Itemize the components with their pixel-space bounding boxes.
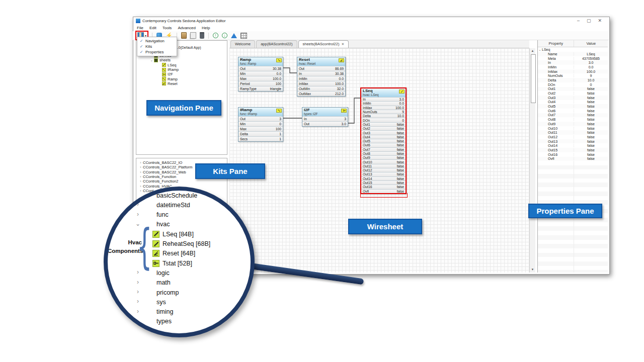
kit-component-item[interactable]: Reset [64B] — [152, 249, 195, 258]
upload-button[interactable]: ↑ — [212, 32, 219, 39]
chevron-icon[interactable]: › — [135, 201, 141, 208]
nav-tree-item[interactable]: Reset — [136, 81, 227, 86]
block-slot-min[interactable]: Min0.0 — [238, 71, 283, 76]
block-reset[interactable]: Resethvac::ResetOut86.69In30.38InMin0.0I… — [297, 57, 346, 97]
chevron-icon[interactable]: › — [138, 185, 143, 188]
chevron-icon[interactable]: ⌄ — [149, 58, 154, 62]
menu-advanced[interactable]: Advanced — [178, 26, 196, 30]
block-iramp[interactable]: IRampfunc::IRampOut3Min0Max100Delta1Secs… — [238, 107, 283, 142]
property-row[interactable]: Out4false — [538, 100, 608, 105]
block-slot-secs[interactable]: Secs1 — [238, 136, 283, 141]
block-slot-numouts[interactable]: NumOuts9 — [361, 110, 406, 114]
scroll-thumb[interactable] — [531, 54, 536, 103]
properties-group-row[interactable]: ⌄ LSeq — [538, 47, 608, 52]
kit-component-item[interactable]: func — [156, 211, 169, 219]
tab-app-bascontrol22-[interactable]: app(BAScontrol22) — [256, 40, 297, 48]
kit-component-item[interactable]: LSeq [84B] — [152, 230, 194, 238]
block-slot-out8[interactable]: Out8false — [361, 151, 406, 155]
chevron-icon[interactable]: ⌄ — [135, 220, 141, 227]
chevron-icon[interactable]: › — [138, 179, 143, 183]
block-slot-don[interactable]: DOn0 — [361, 118, 406, 122]
menu-tools[interactable]: Tools — [163, 26, 172, 30]
block-slot-in[interactable]: In30.38 — [297, 71, 345, 76]
trash-button[interactable] — [199, 32, 205, 39]
kit-component-item[interactable]: logic — [156, 268, 170, 277]
property-row[interactable]: NameLSeq — [538, 52, 608, 56]
property-row[interactable]: Ovflfalse — [538, 157, 608, 161]
block-slot-out15[interactable]: Out15false — [361, 180, 406, 185]
kit-component-item[interactable]: basicSchedule — [156, 191, 197, 200]
block-i2f[interactable]: I2Ftypes::I2FIn3Out3.0 — [302, 107, 348, 127]
chevron-icon[interactable]: › — [135, 279, 141, 286]
nav-tree-item[interactable]: ⌄sheets — [136, 58, 227, 62]
close-button[interactable]: ✕ — [598, 17, 602, 25]
property-row[interactable]: DOn0 — [538, 82, 608, 87]
block-slot-ramptype[interactable]: RampTypetriangle — [238, 86, 283, 91]
property-row[interactable]: InMax100.0 — [538, 69, 608, 74]
tree-button[interactable] — [230, 32, 237, 39]
maximize-button[interactable]: ▢ — [587, 17, 591, 25]
nav-tree-item[interactable]: I2F — [136, 72, 227, 76]
block-slot-out7[interactable]: Out7false — [361, 147, 406, 151]
close-icon[interactable]: ✕ — [341, 42, 344, 46]
block-header[interactable]: Rampfunc::Ramp — [238, 57, 283, 66]
menu-item-navigation[interactable]: ✓Navigation — [137, 38, 177, 44]
property-row[interactable]: NumOuts9 — [538, 73, 608, 78]
block-lseq[interactable]: LSeqhvac::LSeqIn3.0InMin0.0InMax100.0Num… — [360, 87, 407, 194]
block-header[interactable]: LSeqhvac::LSeq — [361, 88, 406, 97]
block-header[interactable]: I2Ftypes::I2F — [302, 108, 348, 116]
block-slot-out12[interactable]: Out12false — [361, 168, 406, 172]
property-row[interactable]: Out16false — [538, 152, 608, 157]
property-row[interactable]: InMin0.0 — [538, 65, 608, 69]
property-row[interactable]: Out10false — [538, 126, 608, 131]
kit-component-item[interactable]: timing — [156, 308, 173, 316]
block-slot-delta[interactable]: Delta10.0 — [361, 114, 406, 118]
property-row[interactable]: Out14false — [538, 143, 608, 148]
property-row[interactable]: Out6false — [538, 109, 608, 113]
nav-tree-item[interactable]: IRamp — [136, 67, 227, 72]
property-row[interactable]: Out15false — [538, 148, 608, 152]
block-slot-out[interactable]: Out3.0 — [302, 121, 348, 126]
menu-item-kits[interactable]: ✓Kits — [137, 44, 177, 49]
block-slot-out4[interactable]: Out4false — [361, 135, 406, 139]
block-slot-out6[interactable]: Out6false — [361, 143, 406, 147]
property-row[interactable]: Out1false — [538, 87, 608, 92]
property-row[interactable]: Out13false — [538, 139, 608, 144]
kit-component-item[interactable]: math — [156, 279, 171, 287]
block-ramp[interactable]: Rampfunc::RampOut30.38Min0.0Max100.0Peri… — [238, 57, 283, 92]
block-slot-out10[interactable]: Out10false — [361, 159, 406, 163]
property-row[interactable]: Out12false — [538, 135, 608, 139]
block-slot-outmin[interactable]: OutMin32.0 — [297, 86, 345, 91]
block-slot-delta[interactable]: Delta1 — [238, 131, 283, 136]
block-slot-out[interactable]: Out86.69 — [297, 66, 345, 71]
block-slot-out16[interactable]: Out16false — [361, 185, 406, 189]
property-column-header[interactable]: Property — [538, 40, 574, 47]
block-slot-out14[interactable]: Out14false — [361, 176, 406, 180]
block-slot-out1[interactable]: Out1false — [361, 122, 406, 126]
block-slot-in[interactable]: In3 — [302, 116, 348, 121]
block-slot-out2[interactable]: Out2false — [361, 126, 406, 130]
block-slot-inmax[interactable]: InMax100.0 — [297, 81, 345, 86]
chevron-icon[interactable]: › — [138, 189, 143, 193]
menu-file[interactable]: File — [137, 26, 143, 30]
chevron-icon[interactable]: › — [135, 211, 141, 218]
property-row[interactable]: Out9false — [538, 122, 608, 126]
grid-button[interactable] — [240, 32, 248, 39]
block-header[interactable]: IRampfunc::IRamp — [238, 108, 283, 116]
wiresheet-canvas[interactable]: Rampfunc::RampOut30.38Min0.0Max100.0Peri… — [229, 48, 529, 273]
chevron-icon[interactable]: › — [135, 298, 141, 305]
block-slot-out3[interactable]: Out3false — [361, 130, 406, 134]
property-row[interactable]: In3.0 — [538, 60, 608, 65]
block-slot-inmin[interactable]: InMin0.0 — [361, 101, 406, 105]
kit-component-item[interactable]: pricomp — [156, 288, 179, 297]
chevron-icon[interactable]: › — [138, 170, 143, 174]
property-row[interactable]: Out5false — [538, 104, 608, 109]
property-row[interactable]: Out8false — [538, 117, 608, 122]
chevron-icon[interactable]: › — [135, 288, 141, 295]
block-slot-max[interactable]: Max100 — [238, 126, 283, 131]
block-slot-inmax[interactable]: InMax100.0 — [361, 106, 406, 110]
kit-component-item[interactable]: datetimeStd — [156, 201, 190, 209]
property-row[interactable]: Out2false — [538, 91, 608, 96]
property-row[interactable]: Out7false — [538, 113, 608, 118]
nav-tree-item[interactable]: LSeq — [136, 63, 227, 67]
